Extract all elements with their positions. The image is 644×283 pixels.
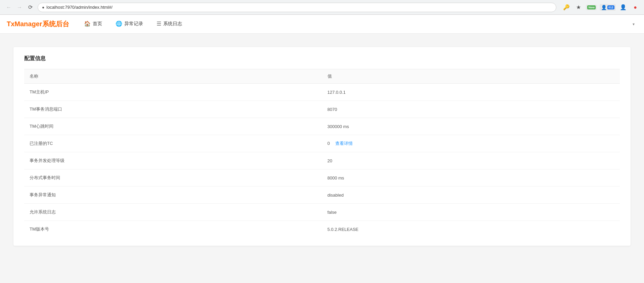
bookmark-icon[interactable]: ★ <box>574 3 583 12</box>
config-value-cell: 8070 <box>322 101 620 118</box>
table-row: 事务并发处理等级20 <box>24 152 620 169</box>
nav-item-home[interactable]: 🏠 首页 <box>77 15 109 34</box>
address-bar[interactable]: ● localhost:7970/admin/index.html#/ <box>38 3 556 12</box>
config-name-cell: 已注册的TC <box>24 135 322 152</box>
back-button[interactable]: ← <box>4 3 13 12</box>
table-row: TM事务消息端口8070 <box>24 101 620 118</box>
browser-actions: 🔑 ★ New 👤 012 👤 ● <box>562 3 640 12</box>
globe-icon: 🌐 <box>116 21 122 27</box>
nav-label-syslog: 系统日志 <box>163 21 182 27</box>
profile-icon[interactable]: 👤 <box>618 3 628 12</box>
config-value-cell: false <box>322 204 620 221</box>
list-icon: ☰ <box>157 21 161 27</box>
config-name-cell: TM版本号 <box>24 221 322 238</box>
browser-chrome: ← → ⟳ ● localhost:7970/admin/index.html#… <box>0 0 644 15</box>
col-header-value: 值 <box>322 69 620 84</box>
nav-label-exception: 异常记录 <box>124 21 143 27</box>
detail-link[interactable]: 查看详情 <box>335 141 353 146</box>
config-name-cell: TM主机IP <box>24 84 322 101</box>
table-row: 已注册的TC0查看详情 <box>24 135 620 152</box>
table-row: TM版本号5.0.2.RELEASE <box>24 221 620 238</box>
header-right: ▾ <box>630 22 637 27</box>
config-name-cell: 事务异常通知 <box>24 187 322 204</box>
reload-button[interactable]: ⟳ <box>26 3 35 12</box>
nav-item-exception[interactable]: 🌐 异常记录 <box>109 15 150 34</box>
table-row: TM心跳时间300000 ms <box>24 118 620 135</box>
menu-icon[interactable]: ● <box>631 3 640 12</box>
key-icon[interactable]: 🔑 <box>562 3 571 12</box>
ext-badge: 012 <box>607 5 614 9</box>
main-content: 配置信息 名称 值 TM主机IP127.0.0.1TM事务消息端口8070TM心… <box>0 34 644 283</box>
config-name-cell: 允许系统日志 <box>24 204 322 221</box>
section-title: 配置信息 <box>24 55 620 62</box>
config-value-cell: disabled <box>322 187 620 204</box>
table-row: 事务异常通知disabled <box>24 187 620 204</box>
extension-group-2: 👤 012 <box>600 4 616 11</box>
config-name-cell: TM心跳时间 <box>24 118 322 135</box>
table-row: TM主机IP127.0.0.1 <box>24 84 620 101</box>
nav-item-syslog[interactable]: ☰ 系统日志 <box>150 15 189 34</box>
new-badge: New <box>587 5 596 9</box>
config-value-cell: 127.0.0.1 <box>322 84 620 101</box>
config-name-cell: 事务并发处理等级 <box>24 152 322 169</box>
config-value-cell: 8000 ms <box>322 169 620 187</box>
config-name-cell: 分布式事务时间 <box>24 169 322 187</box>
table-row: 允许系统日志false <box>24 204 620 221</box>
config-table: 名称 值 TM主机IP127.0.0.1TM事务消息端口8070TM心跳时间30… <box>24 69 620 238</box>
table-row: 分布式事务时间8000 ms <box>24 169 620 187</box>
config-value-cell: 5.0.2.RELEASE <box>322 221 620 238</box>
nav-buttons: ← → ⟳ <box>4 3 35 12</box>
config-value-cell: 20 <box>322 152 620 169</box>
header-dropdown-arrow[interactable]: ▾ <box>630 22 637 27</box>
url-text: localhost:7970/admin/index.html#/ <box>46 5 113 10</box>
table-header-row: 名称 值 <box>24 69 620 84</box>
forward-button[interactable]: → <box>15 3 24 12</box>
extension-group: New <box>586 5 597 10</box>
lock-icon: ● <box>42 5 44 10</box>
nav-menu: 🏠 首页 🌐 异常记录 ☰ 系统日志 <box>77 15 630 34</box>
nav-label-home: 首页 <box>93 21 102 27</box>
app-header: TxManager系统后台 🏠 首页 🌐 异常记录 ☰ 系统日志 ▾ <box>0 15 644 34</box>
config-value-cell: 0查看详情 <box>322 135 620 152</box>
config-name-cell: TM事务消息端口 <box>24 101 322 118</box>
config-value-cell: 300000 ms <box>322 118 620 135</box>
col-header-name: 名称 <box>24 69 322 84</box>
app-title: TxManager系统后台 <box>7 19 69 29</box>
config-card: 配置信息 名称 值 TM主机IP127.0.0.1TM事务消息端口8070TM心… <box>13 47 631 246</box>
ext-icon-1: 👤 <box>601 5 607 10</box>
home-icon: 🏠 <box>84 21 91 27</box>
